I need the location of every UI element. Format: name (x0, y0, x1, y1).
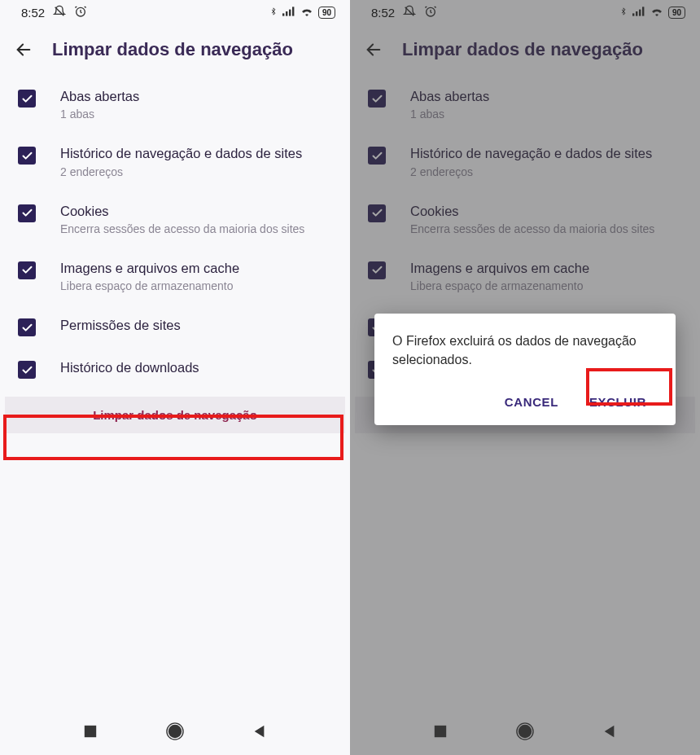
checkbox-checked-icon[interactable] (368, 147, 386, 165)
status-time: 8:52 (371, 6, 395, 20)
checkbox-checked-icon[interactable] (18, 361, 36, 379)
option-cookies[interactable]: Cookies Encerra sessões de acesso da mai… (0, 191, 350, 248)
header: Limpar dados de navegação (0, 24, 350, 72)
nav-recent-icon[interactable] (83, 724, 98, 742)
svg-marker-10 (255, 726, 265, 737)
svg-rect-2 (282, 13, 284, 15)
svg-marker-21 (605, 726, 615, 737)
option-sublabel: Libera espaço de armazenamento (410, 279, 684, 294)
nav-home-icon[interactable] (516, 722, 534, 744)
nav-home-icon[interactable] (166, 722, 184, 744)
svg-rect-7 (85, 726, 96, 737)
option-permissions[interactable]: Permissões de sites (0, 305, 350, 348)
option-label: Histórico de downloads (60, 359, 334, 376)
nav-back-icon[interactable] (252, 724, 267, 742)
svg-rect-16 (642, 7, 644, 15)
option-label: Cookies (410, 203, 684, 220)
status-bar: 8:52 90 (350, 0, 700, 24)
checkbox-checked-icon[interactable] (18, 90, 36, 108)
nav-back-icon[interactable] (602, 724, 617, 742)
nav-recent-icon[interactable] (433, 724, 448, 742)
signal-icon (282, 7, 295, 19)
svg-point-8 (168, 725, 182, 739)
svg-rect-3 (286, 11, 287, 16)
checkbox-checked-icon[interactable] (18, 204, 36, 222)
option-open-tabs[interactable]: Abas abertas 1 abas (0, 77, 350, 134)
svg-rect-15 (639, 9, 641, 15)
option-label: Histórico de navegação e dados de sites (60, 145, 334, 162)
option-cache[interactable]: Imagens e arquivos em cache Libera espaç… (0, 248, 350, 305)
notification-mute-icon (53, 5, 66, 20)
svg-rect-18 (435, 726, 446, 737)
option-history[interactable]: Histórico de navegação e dados de sites … (0, 134, 350, 191)
dialog-cancel-button[interactable]: CANCEL (493, 387, 570, 417)
checkbox-checked-icon[interactable] (368, 204, 386, 222)
option-open-tabs[interactable]: Abas abertas 1 abas (350, 77, 700, 134)
option-label: Imagens e arquivos em cache (60, 260, 334, 277)
option-label: Abas abertas (410, 88, 684, 105)
option-sublabel: Libera espaço de armazenamento (60, 279, 334, 294)
signal-icon (632, 7, 645, 19)
wifi-icon (650, 7, 663, 19)
svg-rect-14 (636, 11, 637, 16)
option-label: Histórico de navegação e dados de sites (410, 145, 684, 162)
option-label: Abas abertas (60, 88, 334, 105)
option-label: Cookies (60, 203, 334, 220)
option-sublabel: 1 abas (60, 107, 334, 122)
dialog-message: O Firefox excluirá os dados de navegação… (392, 331, 658, 369)
page-title: Limpar dados de navegação (402, 39, 643, 60)
option-label: Imagens e arquivos em cache (410, 260, 684, 277)
status-time: 8:52 (21, 6, 45, 20)
status-bar: 8:52 90 (0, 0, 350, 24)
checkbox-checked-icon[interactable] (18, 147, 36, 165)
alarm-icon (424, 5, 437, 20)
back-icon[interactable] (15, 41, 33, 59)
option-sublabel: 2 endereços (410, 165, 684, 180)
checkbox-checked-icon[interactable] (18, 261, 36, 279)
option-history[interactable]: Histórico de navegação e dados de sites … (350, 134, 700, 191)
option-label: Permissões de sites (60, 317, 334, 334)
page-title: Limpar dados de navegação (52, 39, 293, 60)
bluetooth-icon (619, 6, 628, 20)
svg-rect-5 (292, 7, 294, 15)
back-icon[interactable] (365, 41, 383, 59)
svg-rect-4 (289, 9, 291, 15)
checkbox-checked-icon[interactable] (18, 318, 36, 336)
alarm-icon (74, 5, 87, 20)
option-sublabel: Encerra sessões de acesso da maioria dos… (60, 222, 334, 237)
android-nav-bar (350, 711, 700, 755)
dialog-confirm-button[interactable]: EXCLUIR (578, 387, 658, 417)
option-sublabel: Encerra sessões de acesso da maioria dos… (410, 222, 684, 237)
android-nav-bar (0, 711, 350, 755)
confirm-dialog: O Firefox excluirá os dados de navegação… (374, 314, 676, 425)
header: Limpar dados de navegação (350, 24, 700, 72)
clear-data-button[interactable]: Limpar dados de navegação (5, 397, 345, 433)
checkbox-checked-icon[interactable] (368, 90, 386, 108)
wifi-icon (300, 7, 313, 19)
screen-left: 8:52 90 Limpar dados de navegação (0, 0, 350, 755)
option-cookies[interactable]: Cookies Encerra sessões de acesso da mai… (350, 191, 700, 248)
option-sublabel: 1 abas (410, 107, 684, 122)
svg-rect-13 (632, 13, 634, 15)
battery-indicator: 90 (318, 7, 335, 19)
svg-point-19 (518, 725, 532, 739)
option-sublabel: 2 endereços (60, 165, 334, 180)
option-downloads[interactable]: Histórico de downloads (0, 348, 350, 390)
battery-indicator: 90 (668, 7, 685, 19)
bluetooth-icon (269, 6, 278, 20)
options-list: Abas abertas 1 abas Histórico de navegaç… (0, 72, 350, 390)
checkbox-checked-icon[interactable] (368, 261, 386, 279)
option-cache[interactable]: Imagens e arquivos em cache Libera espaç… (350, 248, 700, 305)
screen-right: 8:52 90 Limpar dados de navegação (350, 0, 700, 755)
notification-mute-icon (403, 5, 416, 20)
